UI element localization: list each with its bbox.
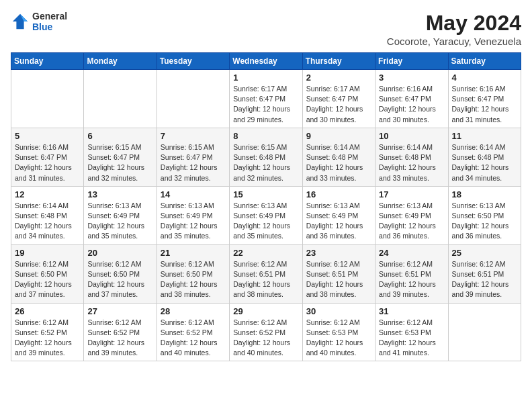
day-number: 2 (306, 73, 371, 83)
day-number: 26 (15, 306, 80, 316)
day-info: Sunrise: 6:12 AM Sunset: 6:50 PM Dayligh… (15, 259, 80, 300)
calendar-cell: 19Sunrise: 6:12 AM Sunset: 6:50 PM Dayli… (11, 244, 84, 303)
calendar-cell: 17Sunrise: 6:13 AM Sunset: 6:49 PM Dayli… (375, 186, 448, 244)
calendar-cell: 27Sunrise: 6:12 AM Sunset: 6:52 PM Dayli… (84, 303, 157, 361)
calendar-week-row: 5Sunrise: 6:16 AM Sunset: 6:47 PM Daylig… (11, 128, 521, 186)
day-number: 13 (87, 189, 152, 199)
day-number: 7 (161, 131, 226, 141)
day-info: Sunrise: 6:13 AM Sunset: 6:50 PM Dayligh… (452, 201, 517, 242)
day-number: 3 (379, 73, 444, 83)
weekday-header-thursday: Thursday (302, 53, 375, 70)
month-title: May 2024 (387, 11, 521, 36)
day-number: 21 (161, 248, 226, 258)
day-number: 5 (15, 131, 80, 141)
day-info: Sunrise: 6:15 AM Sunset: 6:47 PM Dayligh… (87, 142, 152, 183)
calendar-cell: 31Sunrise: 6:12 AM Sunset: 6:53 PM Dayli… (375, 303, 448, 361)
day-info: Sunrise: 6:15 AM Sunset: 6:47 PM Dayligh… (161, 142, 226, 183)
day-number: 14 (161, 189, 226, 199)
day-number: 30 (306, 306, 371, 316)
calendar-cell: 9Sunrise: 6:14 AM Sunset: 6:48 PM Daylig… (302, 128, 375, 186)
day-number: 27 (87, 306, 152, 316)
day-number: 18 (452, 189, 517, 199)
day-info: Sunrise: 6:16 AM Sunset: 6:47 PM Dayligh… (379, 84, 444, 125)
calendar-cell: 7Sunrise: 6:15 AM Sunset: 6:47 PM Daylig… (157, 128, 229, 186)
weekday-header-row: SundayMondayTuesdayWednesdayThursdayFrid… (11, 53, 521, 70)
day-info: Sunrise: 6:12 AM Sunset: 6:53 PM Dayligh… (306, 318, 371, 359)
calendar-cell: 23Sunrise: 6:12 AM Sunset: 6:51 PM Dayli… (302, 244, 375, 303)
page-header: General Blue May 2024 Cocorote, Yaracuy,… (11, 11, 521, 47)
day-info: Sunrise: 6:12 AM Sunset: 6:52 PM Dayligh… (15, 318, 80, 359)
calendar-cell (448, 303, 521, 361)
day-info: Sunrise: 6:12 AM Sunset: 6:52 PM Dayligh… (233, 318, 298, 359)
weekday-header-saturday: Saturday (448, 53, 521, 70)
day-info: Sunrise: 6:14 AM Sunset: 6:48 PM Dayligh… (452, 142, 517, 183)
day-info: Sunrise: 6:13 AM Sunset: 6:49 PM Dayligh… (161, 201, 226, 242)
day-number: 29 (233, 306, 298, 316)
day-info: Sunrise: 6:12 AM Sunset: 6:50 PM Dayligh… (161, 259, 226, 300)
calendar-cell: 5Sunrise: 6:16 AM Sunset: 6:47 PM Daylig… (11, 128, 84, 186)
day-number: 9 (306, 131, 371, 141)
day-number: 24 (379, 248, 444, 258)
calendar-cell: 18Sunrise: 6:13 AM Sunset: 6:50 PM Dayli… (448, 186, 521, 244)
day-number: 1 (233, 73, 298, 83)
day-info: Sunrise: 6:13 AM Sunset: 6:49 PM Dayligh… (233, 201, 298, 242)
calendar-cell: 28Sunrise: 6:12 AM Sunset: 6:52 PM Dayli… (157, 303, 229, 361)
calendar-cell: 4Sunrise: 6:16 AM Sunset: 6:47 PM Daylig… (448, 70, 521, 128)
calendar-table: SundayMondayTuesdayWednesdayThursdayFrid… (11, 52, 521, 361)
day-info: Sunrise: 6:12 AM Sunset: 6:52 PM Dayligh… (161, 318, 226, 359)
calendar-cell: 2Sunrise: 6:17 AM Sunset: 6:47 PM Daylig… (302, 70, 375, 128)
day-info: Sunrise: 6:14 AM Sunset: 6:48 PM Dayligh… (15, 201, 80, 242)
calendar-cell: 30Sunrise: 6:12 AM Sunset: 6:53 PM Dayli… (302, 303, 375, 361)
day-number: 11 (452, 131, 517, 141)
day-info: Sunrise: 6:12 AM Sunset: 6:51 PM Dayligh… (233, 259, 298, 300)
weekday-header-friday: Friday (375, 53, 448, 70)
calendar-cell: 22Sunrise: 6:12 AM Sunset: 6:51 PM Dayli… (230, 244, 302, 303)
day-number: 22 (233, 248, 298, 258)
day-info: Sunrise: 6:16 AM Sunset: 6:47 PM Dayligh… (15, 142, 80, 183)
day-info: Sunrise: 6:13 AM Sunset: 6:49 PM Dayligh… (306, 201, 371, 242)
calendar-cell: 1Sunrise: 6:17 AM Sunset: 6:47 PM Daylig… (230, 70, 302, 128)
day-number: 19 (15, 248, 80, 258)
logo-blue-text: Blue (32, 21, 67, 32)
day-info: Sunrise: 6:17 AM Sunset: 6:47 PM Dayligh… (306, 84, 371, 125)
calendar-cell: 20Sunrise: 6:12 AM Sunset: 6:50 PM Dayli… (84, 244, 157, 303)
day-number: 25 (452, 248, 517, 258)
day-number: 16 (306, 189, 371, 199)
calendar-cell: 24Sunrise: 6:12 AM Sunset: 6:51 PM Dayli… (375, 244, 448, 303)
calendar-cell (11, 70, 84, 128)
day-info: Sunrise: 6:12 AM Sunset: 6:51 PM Dayligh… (379, 259, 444, 300)
weekday-header-tuesday: Tuesday (157, 53, 229, 70)
calendar-week-row: 12Sunrise: 6:14 AM Sunset: 6:48 PM Dayli… (11, 186, 521, 244)
logo-general-text: General (32, 11, 67, 21)
calendar-cell: 13Sunrise: 6:13 AM Sunset: 6:49 PM Dayli… (84, 186, 157, 244)
calendar-cell: 15Sunrise: 6:13 AM Sunset: 6:49 PM Dayli… (230, 186, 302, 244)
calendar-cell: 29Sunrise: 6:12 AM Sunset: 6:52 PM Dayli… (230, 303, 302, 361)
calendar-cell (157, 70, 229, 128)
day-number: 4 (452, 73, 517, 83)
day-info: Sunrise: 6:12 AM Sunset: 6:53 PM Dayligh… (379, 318, 444, 359)
day-info: Sunrise: 6:15 AM Sunset: 6:48 PM Dayligh… (233, 142, 298, 183)
weekday-header-sunday: Sunday (11, 53, 84, 70)
calendar-cell: 11Sunrise: 6:14 AM Sunset: 6:48 PM Dayli… (448, 128, 521, 186)
day-number: 31 (379, 306, 444, 316)
calendar-cell: 6Sunrise: 6:15 AM Sunset: 6:47 PM Daylig… (84, 128, 157, 186)
title-block: May 2024 Cocorote, Yaracuy, Venezuela (387, 11, 521, 47)
day-number: 15 (233, 189, 298, 199)
day-number: 12 (15, 189, 80, 199)
calendar-cell: 21Sunrise: 6:12 AM Sunset: 6:50 PM Dayli… (157, 244, 229, 303)
calendar-cell: 16Sunrise: 6:13 AM Sunset: 6:49 PM Dayli… (302, 186, 375, 244)
calendar-cell: 12Sunrise: 6:14 AM Sunset: 6:48 PM Dayli… (11, 186, 84, 244)
calendar-cell: 10Sunrise: 6:14 AM Sunset: 6:48 PM Dayli… (375, 128, 448, 186)
calendar-cell: 3Sunrise: 6:16 AM Sunset: 6:47 PM Daylig… (375, 70, 448, 128)
calendar-cell: 14Sunrise: 6:13 AM Sunset: 6:49 PM Dayli… (157, 186, 229, 244)
day-number: 6 (87, 131, 152, 141)
day-info: Sunrise: 6:16 AM Sunset: 6:47 PM Dayligh… (452, 84, 517, 125)
day-info: Sunrise: 6:17 AM Sunset: 6:47 PM Dayligh… (233, 84, 298, 125)
logo-icon (11, 12, 30, 31)
day-info: Sunrise: 6:13 AM Sunset: 6:49 PM Dayligh… (87, 201, 152, 242)
day-number: 8 (233, 131, 298, 141)
day-info: Sunrise: 6:12 AM Sunset: 6:51 PM Dayligh… (306, 259, 371, 300)
day-number: 28 (161, 306, 226, 316)
day-info: Sunrise: 6:13 AM Sunset: 6:49 PM Dayligh… (379, 201, 444, 242)
calendar-cell: 25Sunrise: 6:12 AM Sunset: 6:51 PM Dayli… (448, 244, 521, 303)
